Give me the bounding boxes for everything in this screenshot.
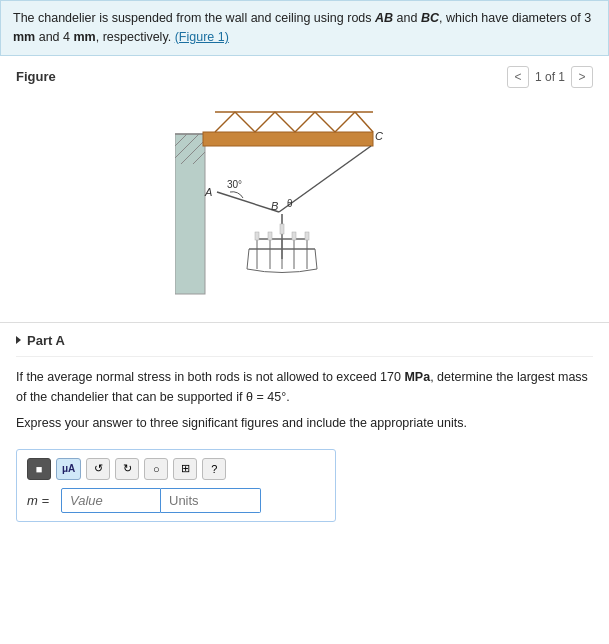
svg-text:θ: θ [287, 198, 293, 209]
part-a-section: Part A If the average normal stress in b… [0, 323, 609, 530]
svg-line-12 [315, 112, 335, 132]
svg-rect-6 [203, 132, 373, 146]
svg-line-19 [217, 192, 279, 212]
answer-toolbar: ■ μA ↺ ↻ ○ ⊞ ? [27, 458, 325, 480]
figure-image-area: C A 30° B θ [16, 94, 593, 314]
toolbar-format-btn[interactable]: ■ [27, 458, 51, 480]
redo-icon: ↻ [123, 462, 132, 475]
svg-rect-33 [268, 232, 272, 240]
svg-line-8 [235, 112, 255, 132]
svg-line-43 [315, 249, 317, 269]
figure-prev-button[interactable]: < [507, 66, 529, 88]
svg-line-9 [255, 112, 275, 132]
mpa-label: MPa [404, 370, 430, 384]
info-text-4: , respectively. [96, 30, 175, 44]
grid-icon: ⊞ [181, 462, 190, 475]
theta-text: θ = 45° [246, 390, 286, 404]
units-input[interactable] [161, 488, 261, 513]
info-box: The chandelier is suspended from the wal… [0, 0, 609, 56]
toolbar-unit-btn[interactable]: μA [56, 458, 81, 480]
figure-link[interactable]: (Figure 1) [175, 30, 229, 44]
svg-line-14 [355, 112, 373, 132]
info-text-1: The chandelier is suspended from the wal… [13, 11, 375, 25]
figure-label: Figure [16, 69, 56, 84]
part-a-label: Part A [27, 333, 65, 348]
value-input[interactable] [61, 488, 161, 513]
rod-bc: BC [421, 11, 439, 25]
svg-line-17 [279, 146, 371, 212]
mm-1: mm [13, 30, 35, 44]
part-a-question: If the average normal stress in both rod… [16, 367, 593, 407]
figure-svg: C A 30° B θ [175, 104, 435, 304]
circle-icon: ○ [153, 463, 160, 475]
info-text-2: , which have diameters of 3 [439, 11, 591, 25]
svg-text:C: C [375, 130, 383, 142]
question-text-3: . [286, 390, 289, 404]
svg-line-13 [335, 112, 355, 132]
answer-label: m = [27, 493, 55, 508]
toolbar-circle-btn[interactable]: ○ [144, 458, 168, 480]
mm-2: mm [73, 30, 95, 44]
figure-page-info: 1 of 1 [535, 70, 565, 84]
figure-header: Figure < 1 of 1 > [16, 66, 593, 88]
svg-text:30°: 30° [227, 179, 242, 190]
svg-text:A: A [204, 186, 212, 198]
input-row: m = [27, 488, 325, 513]
svg-line-7 [215, 112, 235, 132]
svg-line-10 [275, 112, 295, 132]
figure-section: Figure < 1 of 1 > [0, 56, 609, 323]
unit-icon: μA [62, 463, 75, 474]
answer-box: ■ μA ↺ ↻ ○ ⊞ ? m = [16, 449, 336, 522]
undo-icon: ↺ [94, 462, 103, 475]
rod-ab: AB [375, 11, 393, 25]
toolbar-undo-btn[interactable]: ↺ [86, 458, 110, 480]
svg-text:B: B [271, 200, 278, 212]
info-text-3: and 4 [35, 30, 73, 44]
figure-nav: < 1 of 1 > [507, 66, 593, 88]
info-and: and [393, 11, 421, 25]
svg-line-37 [247, 249, 249, 269]
part-a-instruction: Express your answer to three significant… [16, 413, 593, 433]
toolbar-redo-btn[interactable]: ↻ [115, 458, 139, 480]
svg-rect-34 [280, 224, 284, 234]
svg-rect-36 [305, 232, 309, 240]
svg-rect-32 [255, 232, 259, 240]
part-a-triangle-icon [16, 336, 21, 344]
figure-next-button[interactable]: > [571, 66, 593, 88]
part-a-content: If the average normal stress in both rod… [16, 367, 593, 433]
question-text-1: If the average normal stress in both rod… [16, 370, 404, 384]
part-a-header: Part A [16, 333, 593, 357]
toolbar-help-btn[interactable]: ? [202, 458, 226, 480]
toolbar-grid-btn[interactable]: ⊞ [173, 458, 197, 480]
svg-rect-35 [292, 232, 296, 240]
svg-line-11 [295, 112, 315, 132]
svg-rect-0 [175, 134, 205, 294]
format-icon: ■ [36, 463, 43, 475]
